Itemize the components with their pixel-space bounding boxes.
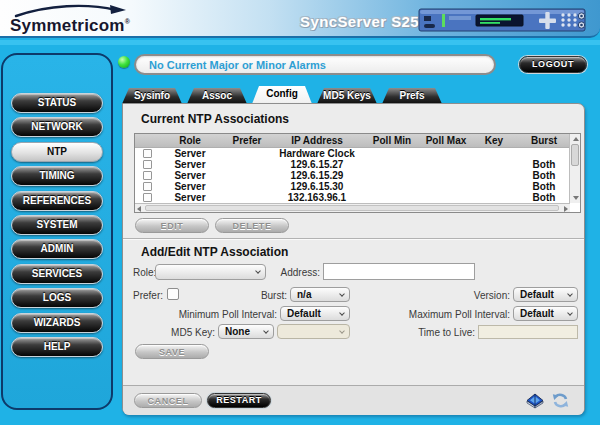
ttl-input[interactable] xyxy=(478,325,578,339)
save-button[interactable]: SAVE xyxy=(135,344,209,359)
sidebar-item-wizards[interactable]: WIZARDS xyxy=(11,313,103,333)
column-burst: Burst xyxy=(519,134,569,147)
burst-label: Burst: xyxy=(251,290,287,301)
associations-title: Current NTP Associations xyxy=(141,112,289,126)
row-checkbox[interactable] xyxy=(143,160,152,169)
column-prefer: Prefer xyxy=(221,134,273,147)
tab-assoc[interactable]: Assoc xyxy=(187,88,247,104)
vertical-scroll-thumb[interactable] xyxy=(571,144,579,166)
scroll-left-icon[interactable] xyxy=(137,206,141,212)
chevron-down-icon xyxy=(339,291,345,297)
logout-button[interactable]: LOGOUT xyxy=(519,56,587,73)
app-header: Symmetricom® SyncServer S250 xyxy=(0,0,600,38)
table-horizontal-scrollbar[interactable] xyxy=(135,203,570,212)
table-row: Server 132.163.96.1 Both xyxy=(135,192,580,203)
version-select[interactable]: Default xyxy=(513,287,578,302)
column-poll-min: Poll Min xyxy=(361,134,423,147)
min-poll-select[interactable]: Default xyxy=(280,306,350,321)
row-checkbox[interactable] xyxy=(143,149,152,158)
sidebar-item-help[interactable]: HELP xyxy=(11,337,103,357)
row-checkbox[interactable] xyxy=(143,182,152,191)
column-key: Key xyxy=(469,134,519,147)
sidebar-item-ntp[interactable]: NTP xyxy=(11,142,103,162)
help-book-icon[interactable] xyxy=(525,391,545,409)
tab-md5-keys[interactable]: MD5 Keys xyxy=(317,88,377,104)
max-poll-label: Maximum Poll Interval: xyxy=(393,309,510,320)
prefer-checkbox[interactable] xyxy=(167,288,179,300)
edit-button[interactable]: EDIT xyxy=(135,218,209,233)
sidebar-item-admin[interactable]: ADMIN xyxy=(11,239,103,259)
table-row: Server 129.6.15.27 Both xyxy=(135,159,580,170)
tab-config[interactable]: Config xyxy=(252,86,312,104)
status-led-icon xyxy=(118,56,130,68)
row-checkbox[interactable] xyxy=(143,193,152,202)
address-input[interactable] xyxy=(323,263,475,280)
table-row: Server Hardware Clock xyxy=(135,148,580,159)
tab-sysinfo[interactable]: Sysinfo xyxy=(122,88,182,104)
cancel-button[interactable]: CANCEL xyxy=(134,393,202,408)
md5-key-select[interactable]: None xyxy=(218,324,274,339)
chevron-down-icon xyxy=(263,328,269,334)
scroll-down-icon[interactable] xyxy=(573,196,579,200)
md5-key-label: MD5 Key: xyxy=(163,327,215,338)
chevron-down-icon xyxy=(339,310,345,316)
ttl-label: Time to Live: xyxy=(413,327,475,338)
ntp-associations-table: Role Prefer IP Address Poll Min Poll Max… xyxy=(134,133,581,213)
role-label: Role: xyxy=(133,267,156,278)
alarm-status-text: No Current Major or Minor Alarms xyxy=(149,59,326,71)
address-label: Address: xyxy=(276,267,320,278)
scroll-right-icon[interactable] xyxy=(564,206,568,212)
chevron-down-icon xyxy=(567,291,573,297)
sidebar-item-status[interactable]: STATUS xyxy=(11,93,103,113)
content-panel: Current NTP Associations Role Prefer IP … xyxy=(122,103,585,415)
alarm-status-box: No Current Major or Minor Alarms xyxy=(134,54,496,75)
sidebar-item-system[interactable]: SYSTEM xyxy=(11,215,103,235)
panel-footer-bar: CANCEL RESTART xyxy=(123,385,584,415)
logo-text: Symmetricom® xyxy=(10,16,130,36)
row-checkbox[interactable] xyxy=(143,171,152,180)
table-row: Server 129.6.15.29 Both xyxy=(135,170,580,181)
column-role: Role xyxy=(159,134,221,147)
sidebar-nav: STATUS NETWORK NTP TIMING REFERENCES SYS… xyxy=(1,53,113,410)
restart-button[interactable]: RESTART xyxy=(207,393,271,408)
version-label: Version: xyxy=(460,290,510,301)
prefer-label: Prefer: xyxy=(133,290,163,301)
registered-mark: ® xyxy=(125,18,130,25)
section-divider xyxy=(123,238,584,240)
role-select[interactable] xyxy=(155,264,266,280)
horizontal-scroll-thumb[interactable] xyxy=(145,205,559,211)
sidebar-item-services[interactable]: SERVICES xyxy=(11,264,103,284)
tab-prefs[interactable]: Prefs xyxy=(382,88,442,104)
column-ip-address: IP Address xyxy=(273,134,361,147)
column-poll-max: Poll Max xyxy=(423,134,469,147)
refresh-icon[interactable] xyxy=(551,392,570,409)
device-image xyxy=(418,6,586,33)
burst-select[interactable]: n/a xyxy=(290,287,350,302)
column-checkbox xyxy=(135,134,159,147)
sidebar-item-logs[interactable]: LOGS xyxy=(11,288,103,308)
header-divider-strip xyxy=(0,40,600,45)
scroll-up-icon[interactable] xyxy=(573,137,579,141)
add-edit-title: Add/Edit NTP Association xyxy=(141,245,288,259)
table-body: Server Hardware Clock Server 129.6.15.27… xyxy=(135,148,580,203)
sidebar-item-network[interactable]: NETWORK xyxy=(11,117,103,137)
product-title: SyncServer S250 xyxy=(300,13,428,30)
max-poll-select[interactable]: Default xyxy=(513,306,578,321)
tab-bar: Sysinfo Assoc Config MD5 Keys Prefs xyxy=(122,86,585,104)
table-row: Server 129.6.15.30 Both xyxy=(135,181,580,192)
min-poll-label: Minimum Poll Interval: xyxy=(163,309,277,320)
chevron-down-icon xyxy=(255,268,261,274)
delete-button[interactable]: DELETE xyxy=(215,218,289,233)
symmetricom-logo: Symmetricom® xyxy=(10,4,140,36)
md5-key-value-select[interactable] xyxy=(277,324,350,339)
table-vertical-scrollbar[interactable] xyxy=(569,134,580,203)
sidebar-item-timing[interactable]: TIMING xyxy=(11,166,103,186)
chevron-down-icon xyxy=(339,328,345,334)
chevron-down-icon xyxy=(567,310,573,316)
sidebar-item-references[interactable]: REFERENCES xyxy=(11,191,103,211)
table-header-row: Role Prefer IP Address Poll Min Poll Max… xyxy=(135,134,580,148)
